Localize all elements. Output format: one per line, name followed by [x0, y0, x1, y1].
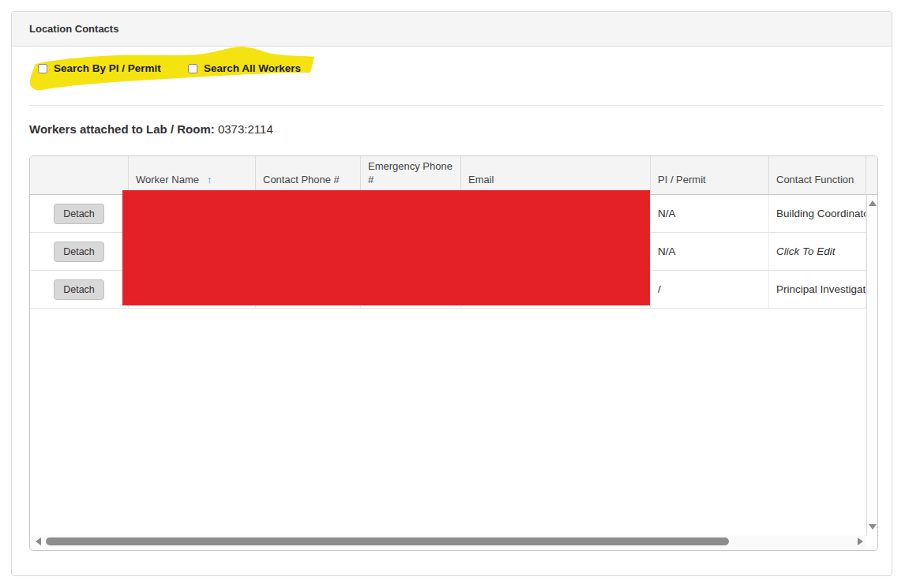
- column-header-pi-permit[interactable]: PI / Permit: [651, 156, 769, 194]
- detach-button[interactable]: Detach: [54, 279, 104, 300]
- workers-heading-label: Workers attached to Lab / Room:: [29, 122, 215, 136]
- vertical-scrollbar[interactable]: [866, 195, 877, 536]
- search-all-workers-checkbox[interactable]: [188, 64, 197, 73]
- actions-cell: Detach: [30, 233, 129, 270]
- column-header-worker-name[interactable]: Worker Name ↑: [129, 156, 256, 194]
- contact-function-cell[interactable]: Building Coordinator: [769, 195, 866, 232]
- workers-heading: Workers attached to Lab / Room: 0373:211…: [29, 122, 273, 136]
- scroll-up-icon[interactable]: [869, 200, 877, 206]
- column-header-contact-function-label: Contact Function: [776, 174, 854, 187]
- scroll-right-icon[interactable]: [858, 537, 863, 545]
- pi-permit-cell: N/A: [651, 195, 769, 232]
- column-header-email-label: Email: [468, 174, 494, 187]
- column-header-contact-phone[interactable]: Contact Phone #: [256, 156, 361, 194]
- search-all-workers-label: Search All Workers: [204, 62, 301, 74]
- search-by-pi-permit-checkbox[interactable]: [38, 64, 47, 73]
- contact-function-cell[interactable]: Click To Edit: [769, 233, 866, 270]
- scroll-left-icon[interactable]: [36, 537, 41, 545]
- redaction-overlay: [122, 190, 650, 305]
- search-by-pi-permit-label: Search By PI / Permit: [54, 62, 161, 74]
- column-header-pi-permit-label: PI / Permit: [658, 174, 706, 187]
- detach-button[interactable]: Detach: [54, 242, 104, 262]
- panel-title: Location Contacts: [29, 23, 118, 35]
- pi-permit-cell: N/A: [651, 233, 769, 270]
- column-header-contact-phone-label: Contact Phone #: [263, 174, 340, 187]
- section-divider: [29, 105, 884, 106]
- column-header-worker-name-label: Worker Name: [136, 174, 199, 187]
- contact-function-cell[interactable]: Principal Investigator: [769, 271, 866, 308]
- page: Location Contacts Search By PI / Permit …: [0, 0, 905, 588]
- column-header-email[interactable]: Email: [461, 156, 651, 194]
- column-header-actions: [30, 156, 129, 194]
- horizontal-scrollbar-thumb[interactable]: [46, 537, 729, 545]
- sort-ascending-icon: ↑: [207, 174, 212, 187]
- actions-cell: Detach: [30, 271, 129, 308]
- actions-cell: Detach: [30, 195, 129, 232]
- location-contacts-panel: Location Contacts Search By PI / Permit …: [11, 11, 892, 576]
- lab-room-value: 0373:2114: [218, 122, 273, 136]
- scroll-down-icon[interactable]: [869, 524, 877, 530]
- horizontal-scrollbar[interactable]: [31, 535, 866, 548]
- detach-button[interactable]: Detach: [54, 204, 104, 224]
- search-all-workers-checkbox-group[interactable]: Search All Workers: [188, 62, 301, 74]
- column-header-emergency-phone-label: Emergency Phone #: [368, 160, 457, 187]
- column-header-contact-function[interactable]: Contact Function: [769, 156, 866, 194]
- table-header-row: Worker Name ↑ Contact Phone # Emergency …: [30, 156, 877, 195]
- pi-permit-cell: /: [651, 271, 769, 308]
- column-header-emergency-phone[interactable]: Emergency Phone #: [361, 156, 461, 194]
- column-header-filler: [866, 156, 877, 194]
- search-by-pi-permit-checkbox-group[interactable]: Search By PI / Permit: [38, 62, 161, 74]
